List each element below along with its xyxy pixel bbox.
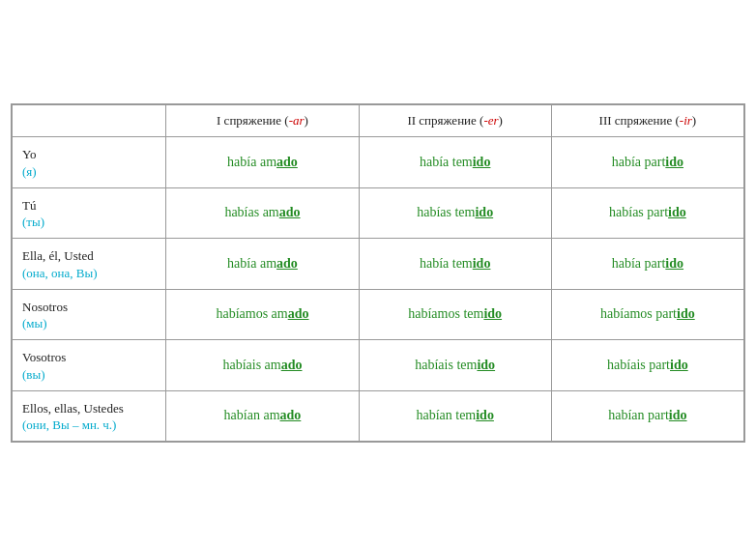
row-label-cell: Vosotros(вы) bbox=[13, 340, 166, 391]
conjugation-ir: habíais partido bbox=[551, 340, 743, 391]
pronoun-label: Yo bbox=[22, 147, 37, 161]
conjugation-er: había temido bbox=[359, 239, 551, 290]
conjugation-ir: habían partido bbox=[551, 390, 743, 442]
pronoun-label: Ella, él, Usted bbox=[22, 248, 94, 263]
conjugation-er: habías temido bbox=[359, 187, 551, 239]
table-row: Yo(я)había amadohabía temidohabía partid… bbox=[13, 137, 744, 188]
conjugation-er: habían temido bbox=[359, 390, 551, 442]
conjugation-ar: habíamos amado bbox=[166, 289, 359, 340]
conjugation-ir: habíamos partido bbox=[551, 289, 743, 340]
header-empty bbox=[13, 105, 166, 137]
conjugation-ar: había amado bbox=[166, 239, 359, 290]
pronoun-russian: (я) bbox=[22, 164, 37, 179]
conjugation-er: habíamos temido bbox=[359, 289, 551, 340]
conjugation-er: habíais temido bbox=[359, 340, 551, 391]
row-label-cell: Tú(ты) bbox=[13, 187, 166, 239]
conjugation-ir: había partido bbox=[551, 239, 743, 290]
conjugation-ar: habías amado bbox=[166, 187, 359, 239]
row-label-cell: Nosotros(мы) bbox=[13, 289, 166, 340]
conjugation-table: I спряжение (-ar) II спряжение (-er) III… bbox=[11, 103, 745, 443]
pronoun-label: Ellos, ellas, Ustedes bbox=[22, 401, 124, 416]
conjugation-er: había temido bbox=[359, 137, 551, 188]
header-ir: III спряжение (-ir) bbox=[551, 105, 743, 137]
conjugation-ar: habían amado bbox=[166, 390, 359, 442]
table-row: Ellos, ellas, Ustedes(они, Вы – мн. ч.)h… bbox=[13, 390, 744, 442]
pronoun-russian: (ты) bbox=[22, 215, 44, 229]
conjugation-ar: habíais amado bbox=[166, 340, 359, 391]
table-row: Ella, él, Usted(она, она, Вы)había amado… bbox=[13, 239, 744, 290]
pronoun-label: Tú bbox=[22, 198, 36, 213]
header-ar: I спряжение (-ar) bbox=[166, 105, 359, 137]
pronoun-russian: (мы) bbox=[22, 316, 47, 330]
pronoun-russian: (они, Вы – мн. ч.) bbox=[22, 417, 116, 432]
table-row: Vosotros(вы)habíais amadohabíais temidoh… bbox=[13, 340, 744, 391]
row-label-cell: Yo(я) bbox=[13, 137, 166, 188]
conjugation-ir: habías partido bbox=[551, 187, 743, 239]
pronoun-label: Nosotros bbox=[22, 300, 68, 314]
header-er: II спряжение (-er) bbox=[359, 105, 551, 137]
conjugation-ir: había partido bbox=[551, 137, 743, 188]
pronoun-russian: (она, она, Вы) bbox=[22, 266, 98, 280]
pronoun-label: Vosotros bbox=[22, 350, 66, 364]
pronoun-russian: (вы) bbox=[22, 367, 45, 382]
table-row: Nosotros(мы)habíamos amadohabíamos temid… bbox=[13, 289, 744, 340]
row-label-cell: Ellos, ellas, Ustedes(они, Вы – мн. ч.) bbox=[13, 390, 166, 442]
table-row: Tú(ты)habías amadohabías temidohabías pa… bbox=[13, 187, 744, 239]
row-label-cell: Ella, él, Usted(она, она, Вы) bbox=[13, 239, 166, 290]
conjugation-ar: había amado bbox=[166, 137, 359, 188]
